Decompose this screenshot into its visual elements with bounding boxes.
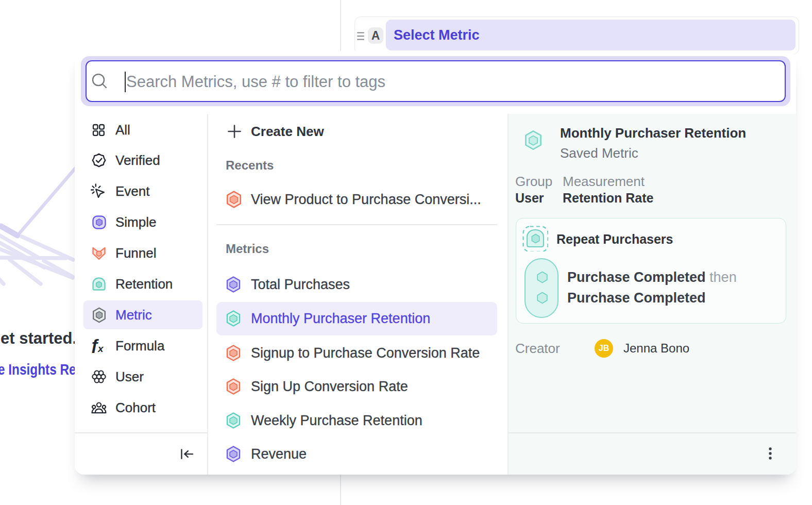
svg-text:x: x: [97, 343, 104, 353]
